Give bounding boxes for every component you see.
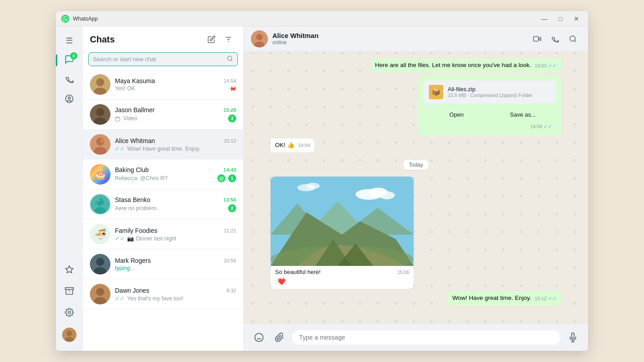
- photo-caption: So beautiful here! 15:06: [271, 266, 414, 277]
- maximize-button[interactable]: □: [554, 14, 567, 24]
- unread-badge: @: [217, 174, 225, 182]
- contact-name: Alice Whitman: [272, 32, 525, 39]
- voice-message-button[interactable]: [565, 329, 581, 345]
- chat-preview: ✓✓ Yes that's my fave too!: [115, 295, 236, 302]
- svg-point-11: [228, 56, 232, 60]
- chat-item[interactable]: Dawn Jones 8:32 ✓✓ Yes that's my fave to…: [83, 279, 243, 309]
- search-input-wrap[interactable]: [88, 52, 238, 66]
- svg-rect-17: [115, 118, 120, 121]
- avatar: [90, 134, 110, 155]
- open-file-button[interactable]: Open: [424, 108, 490, 122]
- contact-avatar[interactable]: [251, 30, 268, 47]
- new-chat-button[interactable]: [204, 32, 219, 47]
- filter-button[interactable]: [221, 32, 236, 47]
- search-input[interactable]: [93, 56, 227, 63]
- svg-point-27: [96, 288, 104, 296]
- settings-icon: [65, 308, 74, 319]
- message-text: Here are all the files. Let me know once…: [375, 62, 531, 68]
- avatar: [90, 74, 110, 95]
- chat-item[interactable]: Jason Ballmer 15:26 Video 3: [83, 100, 243, 130]
- avatar: 🍜: [90, 224, 110, 244]
- file-info: All-files.zip 23.5 MB · Compressed (zipp…: [448, 86, 551, 98]
- svg-marker-18: [115, 117, 120, 118]
- chat-name: Baking Club: [115, 166, 149, 173]
- svg-rect-32: [534, 36, 538, 41]
- svg-point-20: [94, 147, 106, 155]
- menu-icon: ☰: [66, 36, 73, 46]
- chat-item[interactable]: Maya Kasuma 14:54 Yes! OK 📌: [83, 70, 243, 100]
- chat-preview: ✓✓ Wow! Have great time. Enjoy.: [115, 145, 236, 152]
- sidebar-item-menu[interactable]: ☰: [60, 32, 78, 50]
- chat-item-alice[interactable]: Alice Whitman 15:12 ✓✓ Wow! Have great t…: [83, 130, 243, 160]
- chat-time: 14:43: [224, 167, 236, 173]
- minimize-button[interactable]: —: [538, 14, 551, 24]
- photo-message[interactable]: So beautiful here! 15:06 ❤️: [271, 177, 414, 289]
- chat-info: Maya Kasuma 14:54 Yes! OK 📌: [115, 77, 236, 92]
- chat-item[interactable]: Stasa Benko 13:56 Aww no problem. 2: [83, 189, 243, 219]
- read-ticks: ✓✓: [548, 63, 557, 69]
- reaction-row: ❤️: [271, 277, 414, 289]
- title-bar-left: WhatsApp: [61, 15, 97, 23]
- chat-header: Alice Whitman online: [244, 26, 588, 51]
- svg-point-29: [256, 34, 263, 40]
- star-icon: [65, 265, 74, 276]
- save-as-button[interactable]: Save as...: [490, 108, 556, 122]
- sidebar-item-archive[interactable]: [60, 283, 78, 301]
- sidebar-item-starred[interactable]: [60, 261, 78, 279]
- search-chat-button[interactable]: [565, 31, 581, 47]
- sidebar-item-settings[interactable]: [60, 304, 78, 322]
- user-avatar[interactable]: [62, 328, 76, 342]
- svg-marker-2: [65, 265, 73, 273]
- whatsapp-logo-icon: [61, 15, 69, 23]
- contact-info[interactable]: Alice Whitman online: [272, 32, 525, 46]
- video-call-button[interactable]: [529, 31, 545, 47]
- svg-point-13: [96, 78, 104, 86]
- close-button[interactable]: ✕: [570, 14, 583, 24]
- file-message: 📦 All-files.zip 23.5 MB · Compressed (zi…: [418, 75, 561, 136]
- contact-status: online: [272, 39, 525, 46]
- svg-line-34: [574, 40, 576, 42]
- message-input[interactable]: [292, 330, 560, 345]
- chat-time: 10:56: [224, 258, 236, 263]
- header-icon-group: [204, 32, 236, 47]
- chat-name: Family Foodies: [115, 227, 157, 234]
- read-ticks: ✓✓: [548, 295, 557, 302]
- svg-point-5: [68, 311, 70, 313]
- voice-call-button[interactable]: [547, 31, 563, 47]
- svg-point-28: [94, 297, 106, 304]
- chat-time: 15:12: [224, 138, 236, 143]
- svg-point-7: [65, 337, 74, 342]
- file-icon: 📦: [429, 85, 443, 99]
- date-label: Today: [403, 160, 428, 170]
- chat-time: 8:32: [227, 288, 236, 293]
- avatar: [90, 284, 110, 304]
- file-card: 📦 All-files.zip 23.5 MB · Compressed (zi…: [424, 80, 556, 104]
- title-bar-title: WhatsApp: [73, 16, 97, 22]
- chat-info: Alice Whitman 15:12 ✓✓ Wow! Have great t…: [115, 137, 236, 152]
- message-time: 14:03 ✓✓: [535, 62, 557, 70]
- sidebar-item-status[interactable]: [60, 91, 78, 109]
- chat-time: 13:56: [224, 197, 236, 202]
- sidebar-bottom: [60, 261, 78, 345]
- sidebar-item-chats[interactable]: 3: [60, 51, 78, 69]
- svg-line-12: [231, 60, 233, 61]
- svg-point-30: [254, 42, 264, 47]
- attach-button[interactable]: [271, 329, 288, 345]
- chat-info: Family Foodies 11:21 ✓✓ 📷 Dinner last ni…: [115, 227, 236, 242]
- status-icon: [65, 94, 74, 105]
- chat-preview: ✓✓ 📷 Dinner last night: [115, 235, 236, 242]
- chat-item[interactable]: Mark Rogers 10:56 typing...: [83, 249, 243, 279]
- title-bar-controls: — □ ✕: [538, 14, 583, 24]
- message-text: OK! 👍: [275, 142, 295, 148]
- svg-point-21: [100, 139, 104, 143]
- svg-point-25: [96, 258, 104, 266]
- chat-preview: Yes! OK: [115, 85, 229, 92]
- chat-item[interactable]: 🎂 Baking Club 14:43 Rebecca: @Chris R? @…: [83, 160, 243, 189]
- emoji-button[interactable]: [251, 329, 267, 345]
- chat-item[interactable]: 🍜 Family Foodies 11:21 ✓✓ 📷 Dinner last …: [83, 219, 243, 249]
- reaction[interactable]: ❤️: [275, 277, 288, 286]
- svg-rect-3: [65, 287, 73, 289]
- photo-time: 15:06: [398, 269, 409, 275]
- svg-point-24: [97, 199, 100, 201]
- sidebar-item-calls[interactable]: [60, 71, 78, 89]
